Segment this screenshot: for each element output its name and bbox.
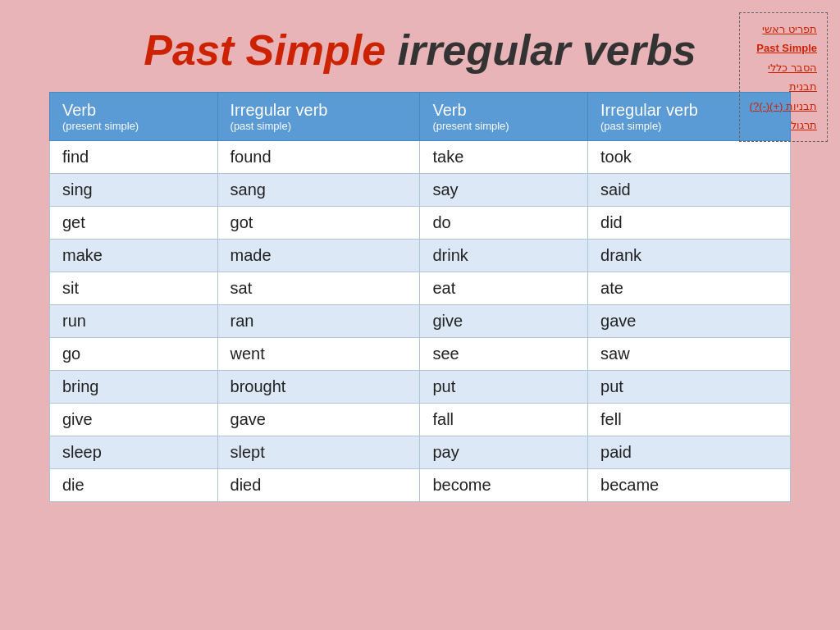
table-row: bringbroughtputput [50, 371, 791, 404]
table-row: runrangivegave [50, 305, 791, 338]
cell-r9-c1: slept [217, 436, 420, 469]
cell-r10-c2: become [420, 469, 588, 502]
nav-item-practice[interactable]: תרגול [750, 116, 817, 135]
cell-r6-c1: went [217, 338, 420, 371]
cell-r7-c2: put [420, 371, 588, 404]
cell-r5-c1: ran [217, 305, 420, 338]
cell-r10-c3: became [588, 469, 791, 502]
title-past-simple: Past Simple [144, 26, 386, 74]
nav-item-explanation[interactable]: הסבר כללי [750, 58, 817, 77]
cell-r0-c0: find [50, 141, 218, 174]
cell-r10-c0: die [50, 469, 218, 502]
table-row: makemadedrinkdrank [50, 240, 791, 272]
table-row: gowentseesaw [50, 338, 791, 371]
cell-r0-c2: take [420, 141, 588, 174]
cell-r4-c1: sat [217, 272, 420, 305]
cell-r2-c0: get [50, 207, 218, 240]
cell-r1-c0: sing [50, 174, 218, 207]
verb-table-container: Verb (present simple) Irregular verb (pa… [0, 92, 840, 518]
cell-r9-c2: pay [420, 436, 588, 469]
cell-r7-c1: brought [217, 371, 420, 404]
cell-r4-c2: eat [420, 272, 588, 305]
col-header-irregular1: Irregular verb (past simple) [217, 93, 420, 141]
title-part2: irregular verbs [398, 26, 696, 74]
cell-r5-c2: give [420, 305, 588, 338]
table-row: sitsateatate [50, 272, 791, 305]
nav-item-past-simple[interactable]: Past Simple [750, 39, 817, 57]
cell-r2-c3: did [588, 207, 791, 240]
cell-r9-c3: paid [588, 436, 791, 469]
table-header-row: Verb (present simple) Irregular verb (pa… [50, 93, 791, 141]
cell-r1-c1: sang [217, 174, 420, 207]
cell-r2-c1: got [217, 207, 420, 240]
table-row: givegavefallfell [50, 404, 791, 436]
table-row: diediedbecomebecame [50, 469, 791, 502]
cell-r5-c0: run [50, 305, 218, 338]
table-row: findfoundtaketook [50, 141, 791, 174]
cell-r6-c0: go [50, 338, 218, 371]
cell-r1-c3: said [588, 174, 791, 207]
cell-r0-c1: found [217, 141, 420, 174]
cell-r9-c0: sleep [50, 436, 218, 469]
cell-r8-c1: gave [217, 404, 420, 436]
table-row: sleepsleptpaypaid [50, 436, 791, 469]
cell-r2-c2: do [420, 207, 588, 240]
nav-item-home[interactable]: תפריט ראשי [750, 20, 817, 39]
col-header-verb2: Verb (present simple) [420, 93, 588, 141]
cell-r8-c3: fell [588, 404, 791, 436]
cell-r8-c2: fall [420, 404, 588, 436]
table-row: getgotdodid [50, 207, 791, 240]
cell-r8-c0: give [50, 404, 218, 436]
cell-r4-c0: sit [50, 272, 218, 305]
cell-r3-c2: drink [420, 240, 588, 272]
cell-r5-c3: gave [588, 305, 791, 338]
cell-r0-c3: took [588, 141, 791, 174]
irregular-verbs-table: Verb (present simple) Irregular verb (pa… [49, 92, 791, 502]
cell-r7-c0: bring [50, 371, 218, 404]
cell-r1-c2: say [420, 174, 588, 207]
col-header-verb1: Verb (present simple) [50, 93, 218, 141]
cell-r4-c3: ate [588, 272, 791, 305]
cell-r3-c1: made [217, 240, 420, 272]
cell-r3-c0: make [50, 240, 218, 272]
cell-r6-c3: saw [588, 338, 791, 371]
cell-r3-c3: drank [588, 240, 791, 272]
page-title: Past Simple irregular verbs [0, 0, 840, 92]
cell-r10-c1: died [217, 469, 420, 502]
nav-box: תפריט ראשי Past Simple הסבר כללי תבנית ת… [739, 12, 828, 142]
table-row: singsangsaysaid [50, 174, 791, 207]
cell-r6-c2: see [420, 338, 588, 371]
cell-r7-c3: put [588, 371, 791, 404]
nav-item-structure[interactable]: תבנית [750, 77, 817, 96]
nav-item-patterns[interactable]: תבניות (+)(-)?) [750, 97, 817, 116]
